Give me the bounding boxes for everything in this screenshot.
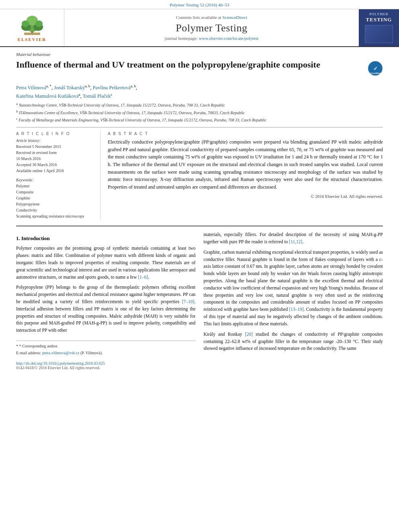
- author-5[interactable]: Tomáš Plaček: [83, 93, 111, 99]
- footnote-section: * * Corresponding author. E-mail address…: [16, 341, 195, 356]
- ref-20[interactable]: [20]: [245, 332, 253, 337]
- doi-url[interactable]: http://dx.doi.org/10.1016/j.polymertesti…: [16, 361, 105, 366]
- ref-7-10[interactable]: [7–10]: [182, 299, 194, 304]
- divider-1: [16, 127, 383, 127]
- journal-title: Polymer Testing: [176, 22, 247, 34]
- intro-para-2: Polypropylene (PP) belongs to the group …: [16, 284, 195, 334]
- keyword-3: Graphite: [16, 195, 93, 201]
- svg-point-5: [22, 21, 29, 27]
- author-4[interactable]: Kateřina Mamulová Kutláková: [16, 93, 79, 99]
- elsevier-logo-section: ELSEVIER: [0, 9, 64, 46]
- keyword-4: Polypropylene: [16, 201, 93, 207]
- badge-label: POLYMER TESTING: [365, 12, 393, 43]
- email-link[interactable]: petra.vilimova@vsb.cz: [42, 351, 80, 355]
- abstract-title: A B S T R A C T: [108, 131, 383, 136]
- author-2[interactable]: Jonáš Tokarský: [54, 85, 85, 90]
- keyword-5: Conductivity: [16, 207, 93, 213]
- article-category: Material behaviour: [16, 52, 383, 57]
- history-accepted: Accepted 30 March 2016: [16, 162, 93, 168]
- homepage-link[interactable]: www.elsevier.com/locate/polytest: [199, 36, 258, 41]
- keywords-section: Keywords: Polymer Composite Graphite Pol…: [16, 178, 93, 219]
- journal-title-section: Contents lists available at ScienceDirec…: [64, 9, 359, 46]
- abstract-text: Electrically conductive polypropylene/gr…: [108, 138, 383, 200]
- elsevier-logo: ELSEVIER: [14, 14, 50, 42]
- sciencedirect-link[interactable]: ScienceDirect: [222, 15, 247, 20]
- history-label: Article history:: [16, 138, 93, 143]
- svg-text:✓: ✓: [373, 66, 378, 72]
- body-col-left: 1. Introduction Polymer composites are t…: [16, 231, 195, 357]
- history-online: Available online 1 April 2016: [16, 168, 93, 174]
- authors-section: Petra Vilímováa, *, Jonáš Tokarskýa, b, …: [16, 83, 383, 100]
- history-received: Received 5 November 2015: [16, 144, 93, 150]
- badge-image: [365, 25, 393, 43]
- divider-2: [16, 226, 383, 226]
- footnote-corresponding: * * Corresponding author.: [16, 343, 195, 349]
- footnote-email: E-mail address: petra.vilimova@vsb.cz (P…: [16, 350, 195, 356]
- body-col-right: materials, especially fillers. For detai…: [204, 231, 383, 357]
- svg-point-6: [35, 21, 43, 27]
- polymer-testing-badge: POLYMER TESTING: [359, 9, 399, 46]
- intro-heading: 1. Introduction: [16, 234, 195, 242]
- affil-b: b IT4Innovations Centre of Excellence, V…: [16, 109, 383, 116]
- article-content: Material behaviour Influence of thermal …: [0, 47, 399, 357]
- sciencedirect-line: Contents lists available at ScienceDirec…: [176, 15, 247, 20]
- right-para-2: Graphite, carbon material exhibiting exc…: [204, 249, 383, 328]
- ref-13-19[interactable]: [13–19]: [289, 307, 304, 312]
- keyword-6: Scanning spreading resistance microscopy: [16, 213, 93, 219]
- article-info-col: A R T I C L E I N F O Article history: R…: [16, 131, 101, 219]
- journal-header: ELSEVIER Contents lists available at Sci…: [0, 9, 399, 47]
- history-revised-label: Received in revised form: [16, 150, 93, 156]
- article-history: Article history: Received 5 November 201…: [16, 138, 93, 174]
- ref-11-12[interactable]: [11,12]: [289, 239, 302, 244]
- keyword-2: Composite: [16, 189, 93, 195]
- history-revised-date: 10 March 2016: [16, 156, 93, 162]
- keywords-label: Keywords:: [16, 178, 93, 182]
- doi-link: http://dx.doi.org/10.1016/j.polymertesti…: [16, 361, 383, 366]
- article-title: Influence of thermal and UV treatment on…: [16, 59, 364, 71]
- affiliations-section: a Nanotechnology Centre, VŠB-Technical U…: [16, 102, 383, 123]
- elsevier-tree-icon: [14, 14, 50, 36]
- keyword-1: Polymer: [16, 183, 93, 189]
- crossmark-icon: ✓ CrossMark: [368, 59, 383, 79]
- abstract-col: A B S T R A C T Electrically conductive …: [101, 131, 383, 219]
- info-abstract-section: A R T I C L E I N F O Article history: R…: [16, 131, 383, 219]
- journal-homepage: journal homepage: www.elsevier.com/locat…: [165, 36, 258, 41]
- article-info-title: A R T I C L E I N F O: [16, 131, 93, 136]
- journal-ref-text: Polymer Testing 52 (2016) 46–53: [170, 2, 229, 7]
- body-content: 1. Introduction Polymer composites are t…: [16, 231, 383, 357]
- intro-para-1: Polymer composites are the promising gro…: [16, 245, 195, 281]
- article-title-section: Influence of thermal and UV treatment on…: [16, 59, 383, 79]
- issn-line: 0142-9418/© 2016 Elsevier Ltd. All right…: [16, 366, 383, 370]
- right-para-1: materials, especially fillers. For detai…: [204, 231, 383, 246]
- copyright: © 2016 Elsevier Ltd. All rights reserved…: [108, 193, 383, 200]
- journal-reference: Polymer Testing 52 (2016) 46–53: [0, 0, 399, 9]
- author-3[interactable]: Pavlína Peikertová: [93, 85, 131, 90]
- author-1[interactable]: Petra Vilímová: [16, 85, 46, 90]
- affil-c: c Faculty of Metallurgy and Materials En…: [16, 117, 383, 123]
- svg-text:CrossMark: CrossMark: [370, 72, 380, 74]
- elsevier-label: ELSEVIER: [18, 37, 47, 42]
- bottom-bar: http://dx.doi.org/10.1016/j.polymertesti…: [0, 361, 399, 374]
- ref-1-6[interactable]: [1–6]: [138, 275, 148, 279]
- right-para-3: Király and Ronkay [20] studied the chang…: [204, 331, 383, 352]
- affil-a: a Nanotechnology Centre, VŠB-Technical U…: [16, 102, 383, 108]
